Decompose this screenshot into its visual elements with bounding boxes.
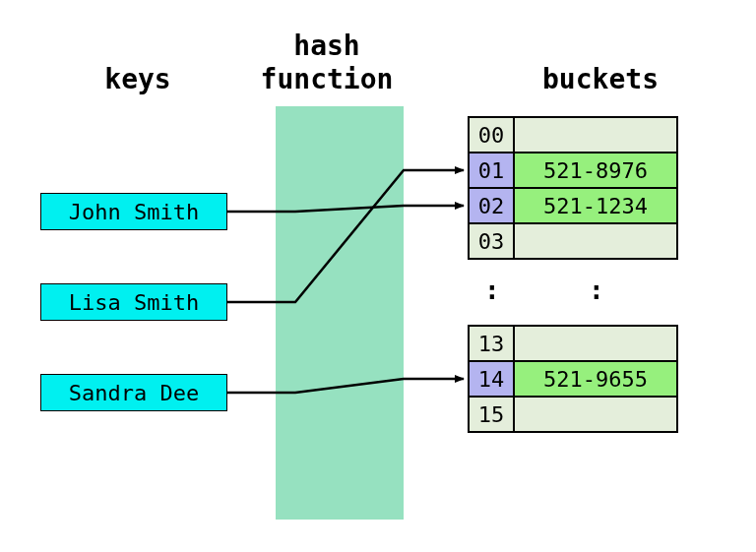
bucket-index: 01 bbox=[468, 152, 515, 189]
bucket-value: 521-9655 bbox=[513, 360, 678, 398]
bucket-value bbox=[513, 222, 678, 260]
key-item: Lisa Smith bbox=[40, 283, 227, 321]
bucket-value: 521-1234 bbox=[513, 187, 678, 224]
bucket-index: 14 bbox=[468, 360, 515, 398]
hash-function-box bbox=[276, 106, 404, 520]
key-item: John Smith bbox=[40, 193, 227, 230]
key-item: Sandra Dee bbox=[40, 374, 227, 411]
heading-hash-line1: hash bbox=[238, 30, 415, 62]
bucket-index: 15 bbox=[468, 396, 515, 433]
bucket-ellipsis: : bbox=[589, 276, 604, 305]
heading-buckets: buckets bbox=[512, 63, 689, 95]
bucket-index: 02 bbox=[468, 187, 515, 224]
heading-keys: keys bbox=[79, 63, 197, 95]
bucket-value bbox=[513, 325, 678, 362]
bucket-value bbox=[513, 396, 678, 433]
heading-hash-line2: function bbox=[238, 63, 415, 95]
bucket-index: 00 bbox=[468, 116, 515, 153]
bucket-value bbox=[513, 116, 678, 153]
bucket-value: 521-8976 bbox=[513, 152, 678, 189]
bucket-index: 13 bbox=[468, 325, 515, 362]
bucket-ellipsis: : bbox=[484, 276, 500, 305]
bucket-index: 03 bbox=[468, 222, 515, 260]
hash-table-diagram: keys hash function buckets John Smith Li… bbox=[0, 0, 756, 552]
